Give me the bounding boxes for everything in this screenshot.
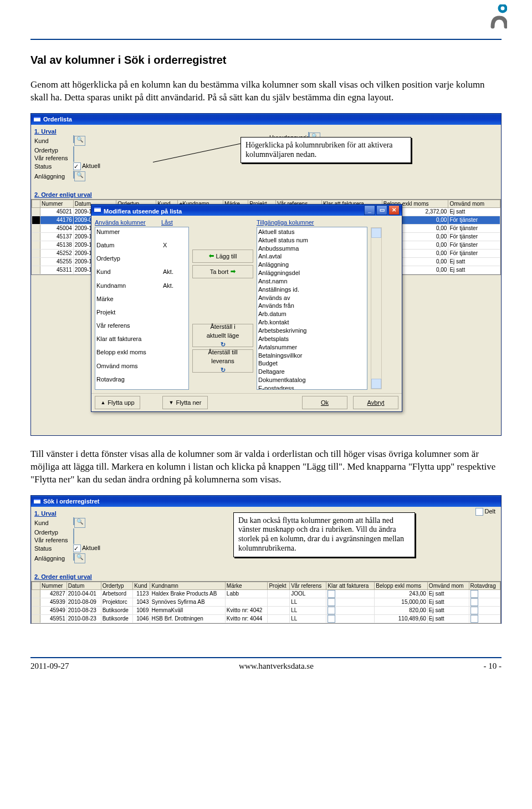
dialog-modify-columns: Modifiera utseende på lista _ ▭ ✕ Använd… [91,204,402,412]
move-up-button[interactable]: ▲Flytta upp [95,396,140,409]
label-ordertyp: Ordertyp [34,147,73,154]
list-item[interactable]: Aktuell status [258,228,366,236]
add-button[interactable]: ⬅Lägg till [192,250,253,263]
table-row[interactable]: 459512010-08-23Butiksorde1046HSB Brf. Dr… [32,614,500,623]
checkbox-aktuell[interactable]: ✓ [73,162,81,170]
input-varreferens[interactable] [73,536,74,544]
brand-logo-icon [490,4,507,29]
column-header[interactable]: Ordertyp [101,582,133,589]
lookup-anlaggning-icon[interactable]: 🔍 [74,171,85,181]
window-title: Orderlista [43,116,72,123]
list-item[interactable]: Datum [96,241,163,255]
list-item[interactable]: Används från [258,302,366,310]
column-header[interactable]: Vår referens [290,582,326,589]
column-header[interactable]: Nummer [40,200,74,207]
list-item[interactable]: Anställnings id. [258,286,366,294]
table-cell: 2010-08-23 [66,606,101,614]
list-item[interactable]: Arbetsplats [258,335,366,343]
column-header[interactable]: Belopp exkl moms [375,582,428,589]
minimize-button[interactable]: _ [364,205,375,215]
checkbox-delt[interactable] [475,508,483,516]
move-down-button[interactable]: ▼Flytta ner [162,396,208,409]
list-item[interactable]: Arb.datum [258,310,366,318]
listbox-available-columns[interactable]: Aktuell statusAktuell status numAnbudssu… [257,227,367,390]
available-columns-header: Tillgängliga kolumner [257,219,367,226]
column-header[interactable]: Datum [66,582,101,589]
window-icon [33,497,41,505]
table-cell: 45939 [40,598,67,606]
list-item[interactable]: Anbudssumma [258,245,366,253]
list-item[interactable]: Omvänd moms [96,362,163,375]
list-item[interactable]: Vår referens [96,322,163,335]
column-header[interactable]: Kundnamn [150,582,225,589]
close-button[interactable]: ✕ [388,205,400,215]
input-ordertyp[interactable] [73,528,74,536]
svg-rect-4 [94,207,101,208]
table-cell: LL [290,598,326,606]
list-item[interactable]: Anl.avtal [258,252,366,261]
scroll-down-icon[interactable] [371,379,381,389]
list-item[interactable]: Aktuell status num [258,236,366,245]
list-item[interactable]: Anläggning [258,261,366,269]
table-cell: Ej satt [448,266,500,274]
dialog-title: Modifiera utseende på lista [104,208,182,215]
list-item[interactable]: Arbetsbeskrivning [258,327,366,335]
lookup-icon[interactable]: 🔍 [74,518,85,528]
table-cell: Ej satt [427,614,469,623]
list-item[interactable]: Nummer [96,228,163,241]
label-aktuell: Aktuell [82,162,100,169]
list-item[interactable]: Projekt [96,308,163,322]
table-cell: För tjänster [448,216,500,224]
table-cell [225,598,268,606]
list-item[interactable]: Betalningsvillkor [258,352,366,360]
list-item[interactable]: Dokumentkatalog [258,376,366,384]
list-item[interactable]: Används av [258,294,366,302]
list-item[interactable]: Avtalsnummer [258,343,366,352]
listbox-used-columns[interactable]: NummerDatumXOrdertypKundAkt.KundnamnAkt.… [95,227,189,390]
list-item[interactable]: Ordertyp [96,255,163,268]
footer-url: www.hantverksdata.se [239,662,314,671]
column-header[interactable]: Omvänd mom [427,582,469,589]
column-header[interactable]: Projekt [268,582,290,589]
table-row[interactable]: 428272010-04-01Arbetsord1123Haldex Brake… [32,589,500,598]
reset-current-button[interactable]: Återställ iaktuellt läge↻ [192,324,253,347]
maximize-button[interactable]: ▭ [376,205,387,215]
table-cell: Ej satt [427,598,469,606]
input-ordertyp[interactable] [73,146,74,154]
list-item[interactable]: Klar att fakturera [96,335,163,348]
column-header[interactable]: Nummer [40,582,67,589]
ok-button[interactable]: Ok [302,396,347,409]
scrollbar[interactable] [371,227,382,389]
list-item[interactable]: Märke [96,295,163,308]
table-cell [469,598,500,606]
input-varreferens[interactable] [73,154,74,162]
column-header[interactable]: Märke [225,582,268,589]
scroll-up-icon[interactable] [371,228,381,238]
list-item[interactable]: Deltagare [258,368,366,376]
list-item[interactable]: Kundnamn [96,282,163,295]
lookup-icon[interactable]: 🔍 [74,553,85,563]
column-header[interactable]: Omvänd mom [448,200,500,207]
list-item[interactable]: Arb.kontakt [258,318,366,327]
table-row[interactable]: 459492010-08-23Butiksorde1069HemmaKvällK… [32,606,500,614]
list-item[interactable]: Anläggningsdel [258,269,366,277]
reset-delivery-button[interactable]: Återställ tillleverans↻ [192,349,253,373]
cancel-button[interactable]: Avbryt [353,396,398,409]
remove-button[interactable]: Ta bort➡ [192,265,253,278]
list-item[interactable]: Anst.namn [258,277,366,286]
checkbox-aktuell[interactable]: ✓ [73,545,81,552]
list-item[interactable]: Budget [258,359,366,368]
used-columns-header: Använda kolumner [95,219,161,226]
column-header[interactable]: Kund [133,582,150,589]
list-item[interactable]: Kund [96,268,163,281]
column-header[interactable]: Rotavdrag [469,582,500,589]
list-item[interactable]: E-postadress [258,384,366,390]
refresh-icon: ↻ [221,341,226,348]
triangle-down-icon: ▼ [169,400,174,405]
lookup-kund-icon[interactable]: 🔍 [74,136,85,146]
list-item[interactable]: Belopp exkl moms [96,348,163,362]
column-header[interactable]: Klar att fakturera [326,582,375,589]
dialog-titlebar[interactable]: Modifiera utseende på lista _ ▭ ✕ [91,205,402,216]
list-item[interactable]: Rotavdrag [96,375,163,389]
table-row[interactable]: 459392010-08-09Projektorc1043Synnöves Sy… [32,598,500,606]
